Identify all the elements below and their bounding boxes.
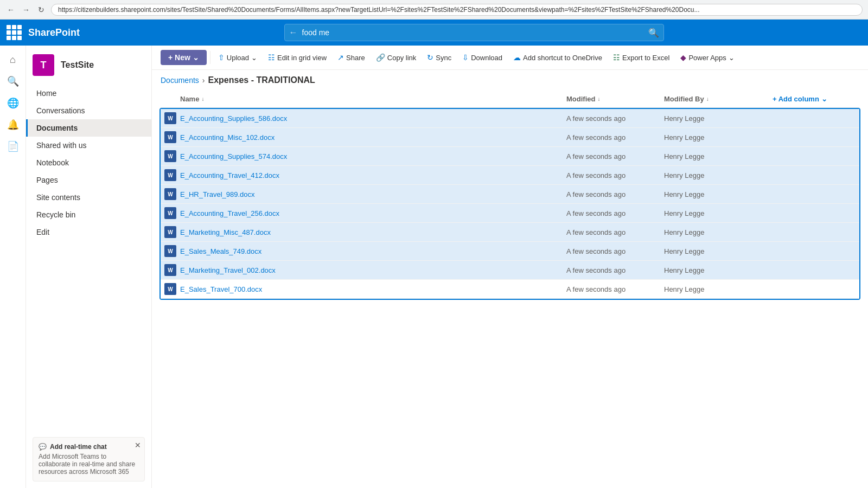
upload-button[interactable]: ⇧ Upload ⌄	[214, 50, 261, 65]
add-shortcut-button[interactable]: ☁ Add shortcut to OneDrive	[509, 50, 607, 65]
table-row[interactable]: W E_Marketing_Misc_487.docx A few second…	[161, 223, 859, 242]
modified-sort-icon: ↓	[597, 96, 600, 102]
file-icon-cell: W	[161, 150, 180, 162]
new-button[interactable]: + New ⌄	[161, 50, 207, 65]
home-rail-icon[interactable]: ⌂	[3, 50, 23, 69]
table-row[interactable]: W E_Accounting_Travel_412.docx A few sec…	[161, 166, 859, 185]
new-button-label: + New	[168, 53, 190, 62]
file-modified: A few seconds ago	[566, 285, 664, 293]
search-icon[interactable]: 🔍	[648, 28, 659, 38]
table-row[interactable]: W E_Accounting_Supplies_586.docx A few s…	[161, 109, 859, 128]
file-icon-cell: W	[161, 169, 180, 181]
file-icon-cell: W	[161, 226, 180, 238]
table-row[interactable]: W E_Accounting_Misc_102.docx A few secon…	[161, 128, 859, 147]
sidebar-item-site-contents[interactable]: Site contents	[26, 189, 151, 206]
sync-button[interactable]: ↻ Sync	[423, 50, 456, 65]
copy-link-button[interactable]: 🔗 Copy link	[372, 50, 420, 65]
table-row[interactable]: W E_Sales_Meals_749.docx A few seconds a…	[161, 242, 859, 261]
table-row[interactable]: W E_Accounting_Supplies_574.docx A few s…	[161, 147, 859, 166]
sidebar-item-home[interactable]: Home	[26, 85, 151, 102]
header-name[interactable]: Name ↓	[180, 95, 566, 103]
share-button[interactable]: ↗ Share	[333, 50, 369, 65]
breadcrumb-parent[interactable]: Documents	[161, 76, 199, 85]
header-modified[interactable]: Modified ↓	[566, 95, 664, 103]
file-icon-cell: W	[161, 207, 180, 219]
globe-rail-icon[interactable]: 🌐	[3, 93, 23, 113]
file-modified-by: Henry Legge	[664, 114, 773, 123]
file-name[interactable]: E_Accounting_Travel_412.docx	[180, 171, 566, 179]
file-icon-cell: W	[161, 188, 180, 200]
export-excel-button[interactable]: ☷ Export to Excel	[609, 50, 674, 65]
notes-rail-icon[interactable]: 📄	[3, 137, 23, 156]
chat-promo-description: Add Microsoft Teams to collaborate in re…	[39, 453, 139, 476]
header-modified-by[interactable]: Modified By ↓	[664, 95, 773, 103]
share-icon: ↗	[337, 53, 344, 62]
excel-icon: ☷	[613, 53, 620, 62]
file-modified: A few seconds ago	[566, 247, 664, 255]
search-back-icon[interactable]: ←	[289, 28, 298, 37]
sidebar-item-edit[interactable]: Edit	[26, 223, 151, 241]
chat-promo-title: 💬 Add real-time chat	[39, 443, 139, 451]
sidebar-item-conversations[interactable]: Conversations	[26, 102, 151, 119]
file-modified: A few seconds ago	[566, 152, 664, 160]
file-name[interactable]: E_Accounting_Misc_102.docx	[180, 133, 566, 142]
search-rail-icon[interactable]: 🔍	[3, 72, 23, 91]
search-input[interactable]	[302, 28, 648, 37]
onedrive-icon: ☁	[513, 53, 521, 62]
file-modified: A few seconds ago	[566, 266, 664, 274]
file-icon-cell: W	[161, 245, 180, 257]
file-modified-by: Henry Legge	[664, 133, 773, 142]
file-name[interactable]: E_Accounting_Supplies_586.docx	[180, 114, 566, 123]
search-bar: ← 🔍	[284, 24, 664, 41]
file-modified: A few seconds ago	[566, 133, 664, 142]
table-row[interactable]: W E_Accounting_Travel_256.docx A few sec…	[161, 204, 859, 223]
sidebar-item-notebook[interactable]: Notebook	[26, 154, 151, 171]
teams-icon: 💬	[39, 443, 47, 451]
file-modified-by: Henry Legge	[664, 152, 773, 160]
main-layout: ⌂ 🔍 🌐 🔔 📄 T TestSite Home Conversations …	[0, 46, 868, 488]
waffle-menu[interactable]	[7, 25, 22, 40]
edit-grid-button[interactable]: ☷ Edit in grid view	[264, 50, 331, 65]
selected-files-group: W E_Accounting_Supplies_586.docx A few s…	[159, 108, 860, 300]
forward-button[interactable]: →	[21, 4, 31, 15]
file-name[interactable]: E_Marketing_Misc_487.docx	[180, 228, 566, 236]
add-column-button[interactable]: + Add column ⌄	[773, 95, 859, 103]
sidebar-item-documents[interactable]: Documents	[26, 119, 151, 137]
site-header: T TestSite	[26, 46, 151, 85]
file-name[interactable]: E_Sales_Travel_700.docx	[180, 285, 566, 293]
url-bar[interactable]: https://citizenbuilders.sharepoint.com/s…	[51, 4, 863, 16]
refresh-button[interactable]: ↻	[36, 4, 47, 15]
table-row[interactable]: W E_Marketing_Travel_002.docx A few seco…	[161, 261, 859, 280]
divider-1	[210, 51, 210, 64]
sidebar-item-shared-with-us[interactable]: Shared with us	[26, 137, 151, 154]
chat-promo-close[interactable]: ✕	[135, 441, 141, 450]
file-name[interactable]: E_HR_Travel_989.docx	[180, 190, 566, 198]
table-row[interactable]: W E_Sales_Travel_700.docx A few seconds …	[161, 280, 859, 299]
bell-rail-icon[interactable]: 🔔	[3, 115, 23, 134]
download-button[interactable]: ⇩ Download	[458, 50, 507, 65]
table-row[interactable]: W E_HR_Travel_989.docx A few seconds ago…	[161, 185, 859, 204]
word-icon: W	[164, 207, 176, 219]
back-button[interactable]: ←	[5, 4, 16, 15]
file-name[interactable]: E_Marketing_Travel_002.docx	[180, 266, 566, 274]
left-rail: ⌂ 🔍 🌐 🔔 📄	[0, 46, 26, 488]
file-icon-cell: W	[161, 264, 180, 276]
power-apps-icon: ◆	[680, 53, 686, 62]
file-name[interactable]: E_Sales_Meals_749.docx	[180, 247, 566, 255]
file-name[interactable]: E_Accounting_Supplies_574.docx	[180, 152, 566, 160]
file-modified-by: Henry Legge	[664, 171, 773, 179]
breadcrumb-current: Expenses - TRADITIONAL	[208, 75, 315, 85]
file-name[interactable]: E_Accounting_Travel_256.docx	[180, 209, 566, 217]
name-sort-icon: ↓	[201, 96, 204, 102]
sidebar-item-recycle-bin[interactable]: Recycle bin	[26, 206, 151, 223]
sidebar-item-pages[interactable]: Pages	[26, 171, 151, 189]
sidebar: T TestSite Home Conversations Documents …	[26, 46, 152, 488]
word-icon: W	[164, 283, 176, 295]
topbar: SharePoint ← 🔍	[0, 20, 868, 46]
word-icon: W	[164, 112, 176, 124]
power-apps-button[interactable]: ◆ Power Apps ⌄	[676, 50, 738, 65]
toolbar: + New ⌄ ⇧ Upload ⌄ ☷ Edit in grid view ↗…	[152, 46, 868, 70]
file-modified: A few seconds ago	[566, 209, 664, 217]
file-modified: A few seconds ago	[566, 190, 664, 198]
new-chevron-icon: ⌄	[193, 53, 199, 62]
